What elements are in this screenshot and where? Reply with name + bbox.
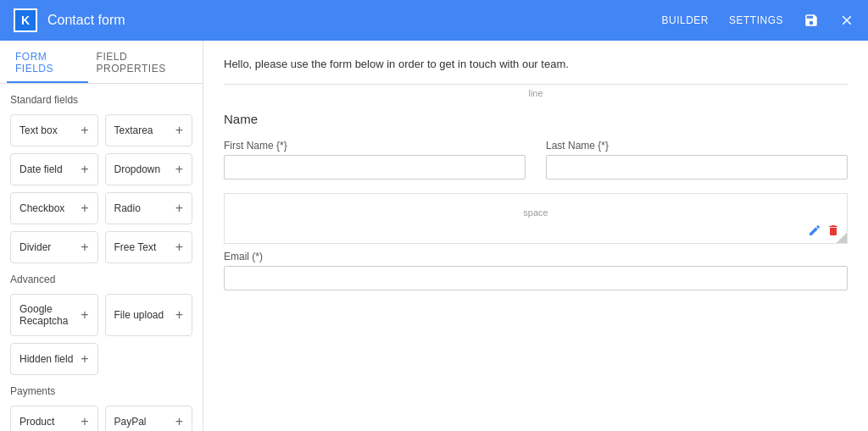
- field-card-free-text[interactable]: Free Text +: [105, 231, 193, 263]
- advanced-section-label: Advanced: [10, 274, 192, 285]
- close-button[interactable]: [839, 13, 854, 28]
- last-name-label: Last Name {*}: [546, 140, 848, 152]
- add-file-upload-icon[interactable]: +: [175, 308, 183, 322]
- standard-fields-grid: Text box + Textarea + Date field + Dropd…: [10, 114, 192, 263]
- field-card-label: Checkbox: [19, 202, 64, 214]
- name-group-label: Name: [224, 112, 848, 126]
- email-field: Email (*): [224, 251, 848, 290]
- add-product-icon[interactable]: +: [81, 415, 88, 428]
- add-radio-icon[interactable]: +: [175, 202, 183, 215]
- header-actions: BUILDER SETTINGS: [661, 13, 854, 28]
- field-card-product[interactable]: Product +: [10, 406, 98, 431]
- space-block: space: [224, 193, 848, 244]
- field-card-label: Google Recaptcha: [19, 303, 81, 327]
- add-dropdown-icon[interactable]: +: [175, 163, 183, 176]
- add-free-text-icon[interactable]: +: [175, 240, 183, 254]
- field-card-label: Divider: [19, 241, 51, 253]
- field-card-label: Date field: [19, 163, 63, 175]
- advanced-fields-grid: Google Recaptcha + File upload + Hidden …: [10, 294, 192, 375]
- app-header: K Contact form BUILDER SETTINGS: [0, 0, 868, 41]
- edit-space-icon[interactable]: [808, 224, 821, 240]
- field-card-file-upload[interactable]: File upload +: [105, 294, 193, 336]
- field-card-checkbox[interactable]: Checkbox +: [10, 192, 98, 224]
- panel-tabs: FORM FIELDS FIELD PROPERTIES: [0, 41, 203, 84]
- first-name-label: First Name {*}: [224, 140, 526, 152]
- form-intro-text: Hello, please use the form below in orde…: [224, 58, 848, 70]
- field-card-text-box[interactable]: Text box +: [10, 114, 98, 146]
- save-button[interactable]: [804, 13, 819, 28]
- main-layout: FORM FIELDS FIELD PROPERTIES Standard fi…: [0, 41, 868, 431]
- standard-fields-section: Standard fields Text box + Textarea + Da…: [0, 84, 203, 431]
- app-title: Contact form: [47, 13, 661, 28]
- divider-label: line: [224, 88, 848, 98]
- field-card-dropdown[interactable]: Dropdown +: [105, 153, 193, 185]
- add-textarea-icon[interactable]: +: [175, 124, 183, 137]
- field-card-radio[interactable]: Radio +: [105, 192, 193, 224]
- field-card-google-recaptcha[interactable]: Google Recaptcha +: [10, 294, 98, 336]
- add-checkbox-icon[interactable]: +: [81, 202, 88, 215]
- add-hidden-field-icon[interactable]: +: [81, 352, 88, 366]
- field-card-label: Product: [19, 416, 54, 428]
- field-card-label: Free Text: [114, 241, 157, 253]
- close-icon: [839, 13, 854, 28]
- field-card-label: Radio: [114, 202, 141, 214]
- left-panel: FORM FIELDS FIELD PROPERTIES Standard fi…: [0, 41, 203, 431]
- space-label: space: [231, 201, 840, 218]
- form-preview: Hello, please use the form below in orde…: [203, 41, 868, 431]
- field-card-paypal[interactable]: PayPal +: [105, 406, 193, 431]
- field-card-hidden-field[interactable]: Hidden field +: [10, 343, 98, 375]
- add-paypal-icon[interactable]: +: [175, 415, 183, 428]
- email-field-wrapper: Email (*): [224, 251, 848, 290]
- last-name-field: Last Name {*}: [546, 140, 848, 180]
- field-card-label: Textarea: [114, 124, 153, 136]
- field-card-label: Hidden field: [19, 353, 73, 365]
- field-card-divider[interactable]: Divider +: [10, 231, 98, 263]
- field-card-label: Dropdown: [114, 163, 161, 175]
- add-google-recaptcha-icon[interactable]: +: [81, 308, 88, 322]
- add-text-box-icon[interactable]: +: [81, 124, 88, 137]
- last-name-input[interactable]: [546, 155, 848, 180]
- standard-section-label: Standard fields: [10, 94, 192, 106]
- resize-handle[interactable]: [837, 233, 847, 243]
- form-divider-line: [224, 84, 848, 85]
- email-input[interactable]: [224, 266, 848, 290]
- field-card-date-field[interactable]: Date field +: [10, 153, 98, 185]
- tab-field-properties[interactable]: FIELD PROPERTIES: [88, 41, 196, 83]
- field-card-label: File upload: [114, 309, 164, 321]
- payments-section-label: Payments: [10, 385, 192, 397]
- name-form-row: First Name {*} Last Name {*}: [224, 140, 848, 180]
- first-name-field: First Name {*}: [224, 140, 526, 180]
- field-card-label: PayPal: [114, 416, 147, 428]
- save-icon: [804, 13, 819, 28]
- payments-fields-grid: Product + PayPal +: [10, 406, 192, 431]
- settings-button[interactable]: SETTINGS: [729, 14, 783, 26]
- tab-form-fields[interactable]: FORM FIELDS: [7, 41, 88, 83]
- email-label: Email (*): [224, 251, 848, 262]
- first-name-input[interactable]: [224, 155, 526, 180]
- add-divider-icon[interactable]: +: [81, 240, 88, 254]
- builder-button[interactable]: BUILDER: [661, 14, 709, 26]
- field-card-textarea[interactable]: Textarea +: [105, 114, 193, 146]
- add-date-field-icon[interactable]: +: [81, 163, 88, 176]
- space-actions: [808, 224, 840, 240]
- app-logo: K: [14, 8, 37, 32]
- field-card-label: Text box: [19, 124, 58, 136]
